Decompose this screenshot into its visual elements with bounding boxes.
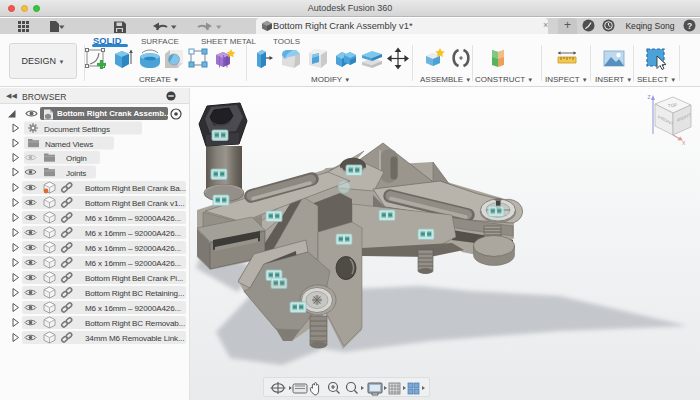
svg-text:Bottom Right BC Removab...: Bottom Right BC Removab... (85, 319, 185, 328)
svg-text:X: X (682, 140, 686, 145)
svg-text:Bottom Right Bell Crank v1...: Bottom Right Bell Crank v1... (85, 199, 185, 208)
svg-text:Document Settings: Document Settings (44, 125, 110, 134)
svg-text:M6 x 16mm – 92000A426...: M6 x 16mm – 92000A426... (85, 244, 181, 253)
svg-text:?: ? (687, 21, 692, 31)
svg-text:Bottom Right Bell Crank Ba...: Bottom Right Bell Crank Ba... (85, 184, 186, 193)
svg-text:Named Views: Named Views (45, 140, 93, 149)
svg-text:M6 x 16mm – 92000A426...: M6 x 16mm – 92000A426... (85, 229, 181, 238)
svg-text:TOP: TOP (668, 103, 678, 109)
svg-text:Bottom Right Bell Crank Pi...: Bottom Right Bell Crank Pi... (85, 274, 183, 283)
svg-text:M6 x 16mm – 92000A426...: M6 x 16mm – 92000A426... (85, 259, 181, 268)
svg-text:Origin: Origin (66, 154, 87, 163)
svg-text:Bottom Right BC Retaining...: Bottom Right BC Retaining... (85, 289, 184, 298)
svg-text:M6 x 16mm – 92000A426...: M6 x 16mm – 92000A426... (85, 304, 181, 313)
svg-text:M6 x 16mm – 92000A426...: M6 x 16mm – 92000A426... (85, 214, 181, 223)
svg-text:34mm M6 Removable Link...: 34mm M6 Removable Link... (85, 334, 184, 343)
svg-text:Joints: Joints (66, 169, 86, 178)
svg-text:Z: Z (648, 94, 651, 100)
